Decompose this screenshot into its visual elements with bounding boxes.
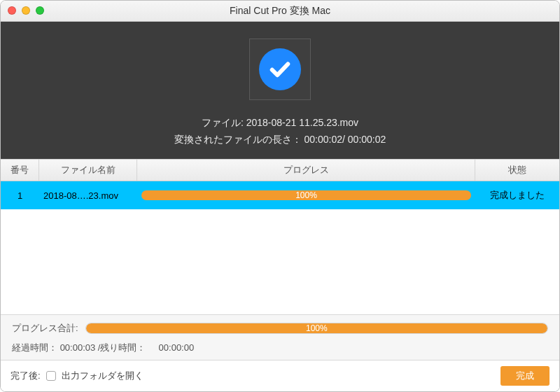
col-header-status: 状態	[475, 160, 559, 181]
remain-value: 00:00:00	[159, 342, 195, 353]
status-icon-box	[249, 38, 311, 100]
current-file-line: ファイル: 2018-08-21 11.25.23.mov	[202, 117, 358, 130]
success-check-icon	[259, 48, 301, 90]
status-hero: ファイル: 2018-08-21 11.25.23.mov 変換されたファイルの…	[1, 22, 559, 159]
remain-label: /残り時間：	[98, 342, 146, 353]
table-row[interactable]: 1 2018-08….23.mov 100% 完成しました	[1, 181, 559, 209]
open-folder-label[interactable]: 出力フォルダを開く	[62, 370, 144, 382]
done-button[interactable]: 完成	[500, 366, 550, 386]
converted-length-line: 変換されたファイルの長さ： 00:00:02/ 00:00:02	[174, 134, 386, 146]
length-label: 変換されたファイルの長さ：	[174, 134, 302, 145]
app-window: Final Cut Pro 変換 Mac ファイル: 2018-08-21 11…	[0, 0, 560, 392]
length-value: 00:00:02/ 00:00:02	[304, 134, 386, 145]
table-body: 1 2018-08….23.mov 100% 完成しました	[1, 181, 559, 209]
close-icon[interactable]	[8, 6, 16, 15]
elapsed-label: 経過時間：	[12, 342, 57, 353]
col-header-progress: プログレス	[137, 160, 475, 181]
total-progress-text: 100%	[86, 323, 547, 333]
file-label: ファイル:	[202, 117, 244, 128]
col-header-name: ファイル名前	[39, 160, 137, 181]
titlebar: Final Cut Pro 変換 Mac	[1, 1, 559, 22]
cell-progress: 100%	[137, 181, 475, 209]
after-complete-label: 完了後:	[10, 370, 41, 382]
minimize-icon[interactable]	[22, 6, 30, 15]
time-line: 経過時間： 00:00:03 /残り時間： 00:00:00	[12, 342, 548, 354]
table-header: 番号 ファイル名前 プログレス 状態	[1, 159, 559, 181]
open-folder-checkbox[interactable]	[46, 371, 56, 381]
cell-index: 1	[1, 181, 39, 209]
footer: 完了後: 出力フォルダを開く 完成	[1, 360, 559, 391]
row-progress-bar: 100%	[141, 190, 471, 200]
cell-name: 2018-08….23.mov	[39, 181, 137, 209]
cell-status: 完成しました	[475, 181, 559, 209]
total-progress-label: プログレス合計:	[12, 322, 78, 335]
zoom-icon[interactable]	[36, 6, 44, 15]
table-empty-area	[1, 209, 559, 314]
window-controls	[8, 6, 44, 15]
col-header-index: 番号	[1, 160, 39, 181]
summary-panel: プログレス合計: 100% 経過時間： 00:00:03 /残り時間： 00:0…	[1, 314, 559, 360]
row-progress-text: 100%	[141, 190, 471, 200]
window-title: Final Cut Pro 変換 Mac	[1, 5, 559, 18]
file-name: 2018-08-21 11.25.23.mov	[246, 117, 358, 128]
total-progress-bar: 100%	[85, 323, 548, 334]
elapsed-value: 00:00:03	[60, 342, 96, 353]
